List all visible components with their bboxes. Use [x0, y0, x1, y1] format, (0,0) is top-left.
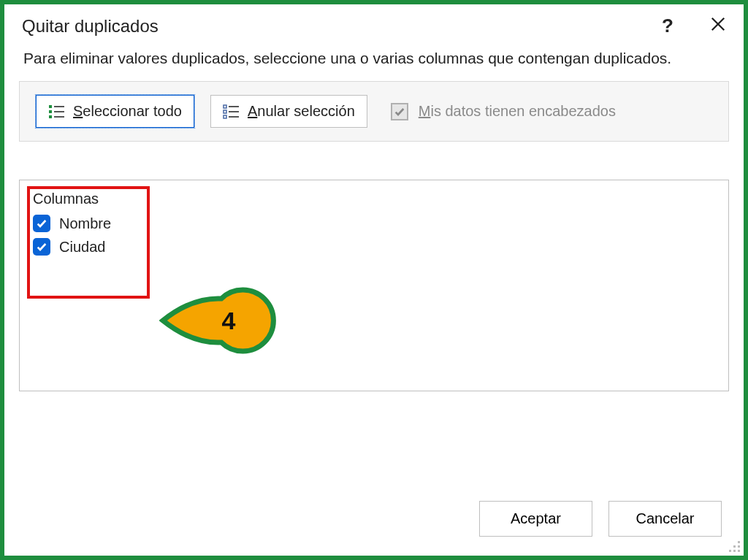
close-icon[interactable]: [710, 15, 726, 37]
cancel-button[interactable]: Cancelar: [608, 501, 722, 537]
dialog-description: Para eliminar valores duplicados, selecc…: [4, 45, 744, 81]
checkbox-checked-icon: [33, 238, 50, 256]
svg-rect-4: [49, 115, 52, 118]
svg-rect-9: [224, 110, 226, 113]
titlebar-icons: ?: [662, 15, 726, 37]
unselect-all-label: Anular selección: [248, 103, 355, 120]
ok-button[interactable]: Aceptar: [479, 501, 592, 537]
select-all-button[interactable]: Seleccionar todo: [36, 95, 194, 128]
svg-rect-2: [49, 105, 52, 108]
svg-rect-3: [49, 110, 52, 113]
unselect-all-icon: [223, 104, 240, 120]
dialog-remove-duplicates: Quitar duplicados ? Para eliminar valore…: [0, 0, 748, 560]
dialog-footer: Aceptar Cancelar: [479, 501, 722, 537]
select-all-icon: [48, 104, 66, 120]
column-label: Nombre: [59, 215, 111, 232]
columns-panel: Columnas Nombre Ciudad: [19, 180, 729, 391]
headers-checkbox-label: Mis datos tienen encabezados: [419, 103, 616, 120]
resize-handle-icon[interactable]: [729, 541, 742, 554]
column-item[interactable]: Ciudad: [33, 238, 715, 256]
headers-checkbox-box: [391, 103, 408, 120]
controls-bar: Seleccionar todo Anular selección: [19, 81, 729, 142]
svg-rect-10: [224, 115, 226, 118]
column-item[interactable]: Nombre: [33, 215, 715, 232]
column-label: Ciudad: [59, 239, 105, 256]
help-icon[interactable]: ?: [662, 15, 673, 37]
select-all-label: Seleccionar todo: [73, 103, 182, 120]
svg-rect-8: [224, 105, 226, 108]
dialog-title: Quitar duplicados: [22, 16, 159, 37]
headers-checkbox[interactable]: Mis datos tienen encabezados: [391, 103, 616, 120]
titlebar: Quitar duplicados ?: [4, 4, 744, 45]
unselect-all-button[interactable]: Anular selección: [210, 95, 367, 128]
checkbox-checked-icon: [33, 215, 50, 232]
columns-header: Columnas: [33, 191, 715, 207]
